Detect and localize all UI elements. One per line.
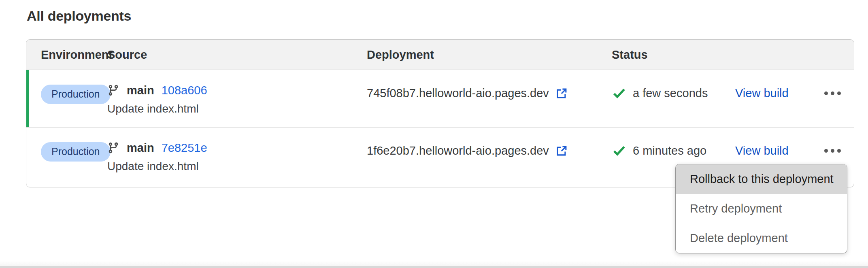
git-branch-icon [107,142,119,154]
check-icon [612,144,626,157]
view-build-link[interactable]: View build [735,144,789,157]
table-row: Production main 108a606 Update index.htm… [26,70,854,127]
table-header-row: Environment Source Deployment Status [26,40,854,70]
external-link-icon[interactable] [555,87,568,100]
commit-message: Update index.html [107,159,367,174]
status-time: a few seconds [633,87,708,100]
environment-badge: Production [41,142,111,162]
column-header-environment: Environment [26,48,107,62]
commit-link[interactable]: 108a606 [162,84,207,97]
menu-item-retry[interactable]: Retry deployment [676,194,847,223]
column-header-source: Source [107,48,367,62]
view-build-link[interactable]: View build [735,87,789,100]
branch-name: main [127,84,154,97]
external-link-icon[interactable] [555,145,568,157]
section-divider [0,261,868,268]
check-icon [612,86,626,100]
deployment-context-menu: Rollback to this deployment Retry deploy… [675,164,847,253]
current-deployment-indicator [26,70,29,127]
status-time: 6 minutes ago [633,144,706,157]
branch-name: main [127,141,154,155]
menu-item-rollback[interactable]: Rollback to this deployment [676,164,847,194]
commit-link[interactable]: 7e8251e [162,141,207,155]
deployment-url: 1f6e20b7.helloworld-aio.pages.dev [367,143,549,158]
column-header-status: Status [612,48,854,62]
ellipsis-icon[interactable] [823,145,842,157]
git-branch-icon [107,84,119,96]
ellipsis-icon[interactable] [823,87,842,99]
deployment-url: 745f08b7.helloworld-aio.pages.dev [367,85,549,101]
commit-message: Update index.html [107,102,367,116]
environment-badge: Production [41,85,111,104]
menu-item-delete[interactable]: Delete deployment [676,223,847,253]
page-title: All deployments [27,8,131,24]
column-header-deployment: Deployment [367,48,612,62]
